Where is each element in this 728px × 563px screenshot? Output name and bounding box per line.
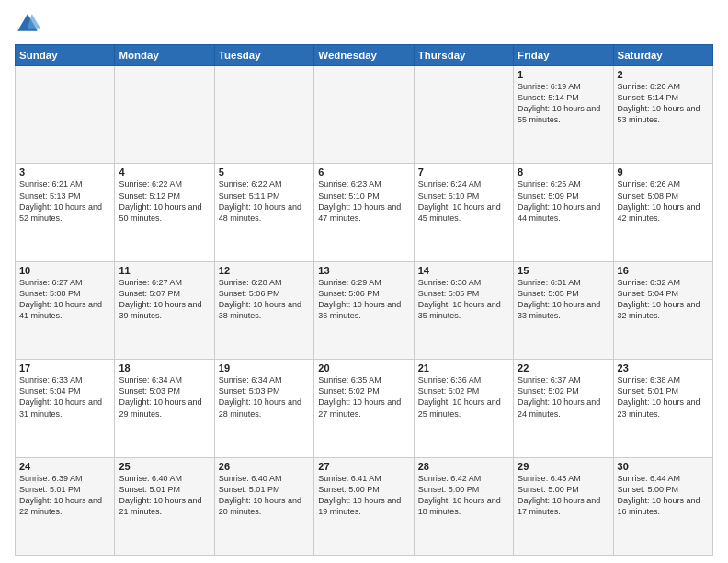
calendar-cell [214,66,313,164]
day-number: 8 [518,167,609,178]
calendar-cell: 28Sunrise: 6:42 AM Sunset: 5:00 PM Dayli… [414,457,513,555]
calendar-cell [414,66,513,164]
day-info: Sunrise: 6:37 AM Sunset: 5:02 PM Dayligh… [518,374,609,419]
calendar-cell: 11Sunrise: 6:27 AM Sunset: 5:07 PM Dayli… [115,261,214,359]
day-info: Sunrise: 6:22 AM Sunset: 5:11 PM Dayligh… [219,178,310,224]
calendar-cell: 4Sunrise: 6:22 AM Sunset: 5:12 PM Daylig… [115,164,214,261]
day-number: 12 [219,265,310,276]
day-info: Sunrise: 6:23 AM Sunset: 5:10 PM Dayligh… [318,178,409,224]
day-info: Sunrise: 6:40 AM Sunset: 5:01 PM Dayligh… [119,473,210,518]
calendar-weekday-thursday: Thursday [414,45,513,66]
calendar-cell: 18Sunrise: 6:34 AM Sunset: 5:03 PM Dayli… [115,360,214,457]
calendar-header-row: SundayMondayTuesdayWednesdayThursdayFrid… [16,45,713,66]
calendar-cell [16,66,115,164]
calendar-cell: 26Sunrise: 6:40 AM Sunset: 5:01 PM Dayli… [214,457,313,555]
day-number: 17 [19,362,110,373]
day-number: 22 [518,362,609,373]
day-info: Sunrise: 6:32 AM Sunset: 5:04 PM Dayligh… [618,277,709,322]
calendar-cell [314,66,414,164]
day-number: 1 [518,69,609,80]
calendar-cell: 1Sunrise: 6:19 AM Sunset: 5:14 PM Daylig… [514,66,613,164]
day-number: 6 [318,167,409,178]
day-info: Sunrise: 6:36 AM Sunset: 5:02 PM Dayligh… [418,374,509,419]
calendar-cell: 25Sunrise: 6:40 AM Sunset: 5:01 PM Dayli… [115,457,214,555]
calendar-cell: 17Sunrise: 6:33 AM Sunset: 5:04 PM Dayli… [16,360,115,457]
day-info: Sunrise: 6:30 AM Sunset: 5:05 PM Dayligh… [418,277,509,322]
calendar-week-row-4: 24Sunrise: 6:39 AM Sunset: 5:01 PM Dayli… [16,457,713,555]
day-info: Sunrise: 6:27 AM Sunset: 5:08 PM Dayligh… [19,277,110,322]
day-number: 9 [618,167,709,178]
day-number: 18 [119,362,210,373]
day-number: 20 [318,362,409,373]
day-info: Sunrise: 6:25 AM Sunset: 5:09 PM Dayligh… [518,178,609,224]
calendar-weekday-saturday: Saturday [613,45,712,66]
day-info: Sunrise: 6:28 AM Sunset: 5:06 PM Dayligh… [219,277,310,322]
calendar-cell: 3Sunrise: 6:21 AM Sunset: 5:13 PM Daylig… [16,164,115,261]
calendar-cell: 7Sunrise: 6:24 AM Sunset: 5:10 PM Daylig… [414,164,513,261]
calendar-cell: 30Sunrise: 6:44 AM Sunset: 5:00 PM Dayli… [613,457,712,555]
day-number: 25 [119,461,210,472]
calendar-cell: 19Sunrise: 6:34 AM Sunset: 5:03 PM Dayli… [214,360,313,457]
calendar-week-row-2: 10Sunrise: 6:27 AM Sunset: 5:08 PM Dayli… [16,261,713,359]
day-info: Sunrise: 6:21 AM Sunset: 5:13 PM Dayligh… [19,178,110,224]
calendar-cell: 15Sunrise: 6:31 AM Sunset: 5:05 PM Dayli… [514,261,613,359]
calendar-cell: 23Sunrise: 6:38 AM Sunset: 5:01 PM Dayli… [613,360,712,457]
day-number: 28 [418,461,509,472]
day-info: Sunrise: 6:38 AM Sunset: 5:01 PM Dayligh… [618,374,709,419]
day-number: 7 [418,167,509,178]
calendar-cell: 8Sunrise: 6:25 AM Sunset: 5:09 PM Daylig… [514,164,613,261]
day-info: Sunrise: 6:24 AM Sunset: 5:10 PM Dayligh… [418,178,509,224]
calendar-cell: 24Sunrise: 6:39 AM Sunset: 5:01 PM Dayli… [16,457,115,555]
header [15,11,713,37]
day-number: 23 [618,362,709,373]
calendar-cell: 16Sunrise: 6:32 AM Sunset: 5:04 PM Dayli… [613,261,712,359]
calendar-week-row-0: 1Sunrise: 6:19 AM Sunset: 5:14 PM Daylig… [16,66,713,164]
calendar-weekday-wednesday: Wednesday [314,45,414,66]
day-info: Sunrise: 6:31 AM Sunset: 5:05 PM Dayligh… [518,277,609,322]
calendar-cell: 12Sunrise: 6:28 AM Sunset: 5:06 PM Dayli… [214,261,313,359]
day-info: Sunrise: 6:35 AM Sunset: 5:02 PM Dayligh… [318,374,409,419]
calendar-weekday-sunday: Sunday [16,45,115,66]
calendar-cell: 29Sunrise: 6:43 AM Sunset: 5:00 PM Dayli… [514,457,613,555]
day-info: Sunrise: 6:27 AM Sunset: 5:07 PM Dayligh… [119,277,210,322]
calendar-cell: 14Sunrise: 6:30 AM Sunset: 5:05 PM Dayli… [414,261,513,359]
logo-icon [15,11,40,37]
day-number: 2 [618,69,709,80]
calendar-weekday-monday: Monday [115,45,214,66]
day-number: 10 [19,265,110,276]
calendar-cell: 6Sunrise: 6:23 AM Sunset: 5:10 PM Daylig… [314,164,414,261]
day-number: 15 [518,265,609,276]
day-info: Sunrise: 6:42 AM Sunset: 5:00 PM Dayligh… [418,473,509,518]
day-number: 26 [219,461,310,472]
day-info: Sunrise: 6:22 AM Sunset: 5:12 PM Dayligh… [119,178,210,224]
day-info: Sunrise: 6:19 AM Sunset: 5:14 PM Dayligh… [518,81,609,126]
day-info: Sunrise: 6:33 AM Sunset: 5:04 PM Dayligh… [19,374,110,419]
day-number: 4 [119,167,210,178]
calendar-cell: 27Sunrise: 6:41 AM Sunset: 5:00 PM Dayli… [314,457,414,555]
day-info: Sunrise: 6:26 AM Sunset: 5:08 PM Dayligh… [618,178,709,224]
day-info: Sunrise: 6:20 AM Sunset: 5:14 PM Dayligh… [618,81,709,126]
calendar-cell: 10Sunrise: 6:27 AM Sunset: 5:08 PM Dayli… [16,261,115,359]
calendar-cell: 5Sunrise: 6:22 AM Sunset: 5:11 PM Daylig… [214,164,313,261]
calendar-table: SundayMondayTuesdayWednesdayThursdayFrid… [15,44,713,556]
day-number: 27 [318,461,409,472]
day-info: Sunrise: 6:34 AM Sunset: 5:03 PM Dayligh… [119,374,210,419]
calendar-week-row-1: 3Sunrise: 6:21 AM Sunset: 5:13 PM Daylig… [16,164,713,261]
day-number: 29 [518,461,609,472]
day-info: Sunrise: 6:43 AM Sunset: 5:00 PM Dayligh… [518,473,609,518]
calendar-week-row-3: 17Sunrise: 6:33 AM Sunset: 5:04 PM Dayli… [16,360,713,457]
day-info: Sunrise: 6:34 AM Sunset: 5:03 PM Dayligh… [219,374,310,419]
logo [15,11,44,37]
day-number: 24 [19,461,110,472]
calendar-cell: 2Sunrise: 6:20 AM Sunset: 5:14 PM Daylig… [613,66,712,164]
day-info: Sunrise: 6:41 AM Sunset: 5:00 PM Dayligh… [318,473,409,518]
day-number: 5 [219,167,310,178]
calendar-cell [115,66,214,164]
day-info: Sunrise: 6:44 AM Sunset: 5:00 PM Dayligh… [618,473,709,518]
day-info: Sunrise: 6:40 AM Sunset: 5:01 PM Dayligh… [219,473,310,518]
page: SundayMondayTuesdayWednesdayThursdayFrid… [0,0,728,563]
day-number: 3 [19,167,110,178]
calendar-weekday-tuesday: Tuesday [214,45,313,66]
day-number: 13 [318,265,409,276]
day-number: 16 [618,265,709,276]
